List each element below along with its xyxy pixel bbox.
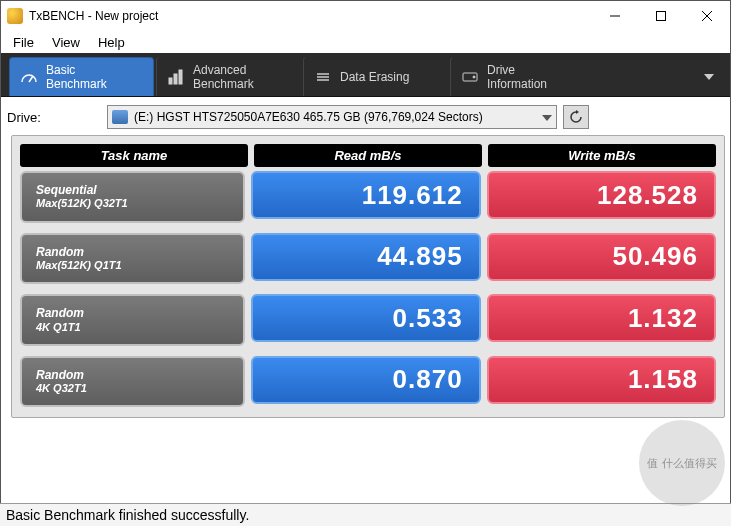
svg-marker-11	[542, 115, 552, 121]
erase-icon	[314, 68, 332, 86]
task-spec: 4K Q32T1	[36, 382, 229, 395]
svg-point-9	[473, 76, 475, 78]
status-text: Basic Benchmark finished successfully.	[6, 507, 249, 523]
tab-label: Advanced	[193, 63, 246, 77]
read-value: 44.895	[251, 233, 480, 281]
read-value: 119.612	[251, 171, 480, 219]
tab-overflow-dropdown[interactable]	[696, 57, 722, 96]
svg-rect-6	[174, 74, 177, 84]
app-icon	[7, 8, 23, 24]
main-area: Drive: (E:) HGST HTS725050A7E630 465.75 …	[1, 97, 730, 490]
task-label-button[interactable]: Sequential Max(512K) Q32T1	[20, 171, 245, 223]
minimize-button[interactable]	[592, 1, 638, 31]
svg-rect-7	[179, 70, 182, 84]
result-row: Random 4K Q32T1 0.870 1.158	[20, 356, 716, 408]
task-label-button[interactable]: Random 4K Q1T1	[20, 294, 245, 346]
svg-marker-12	[576, 110, 579, 114]
tab-data-erasing[interactable]: Data Erasing	[303, 57, 448, 96]
gauge-icon	[20, 68, 38, 86]
svg-rect-5	[169, 78, 172, 84]
maximize-button[interactable]	[638, 1, 684, 31]
tab-label: Data Erasing	[340, 70, 409, 84]
write-value: 1.132	[487, 294, 716, 342]
drive-select[interactable]: (E:) HGST HTS725050A7E630 465.75 GB (976…	[107, 105, 557, 129]
menu-view[interactable]: View	[44, 33, 88, 52]
task-spec: 4K Q1T1	[36, 321, 229, 334]
result-row: Sequential Max(512K) Q32T1 119.612 128.5…	[20, 171, 716, 223]
tabbar: BasicBenchmark AdvancedBenchmark Data Er…	[1, 53, 730, 97]
tab-basic-benchmark[interactable]: BasicBenchmark	[9, 57, 154, 96]
header-task: Task name	[20, 144, 248, 167]
write-value: 128.528	[487, 171, 716, 219]
read-value: 0.533	[251, 294, 480, 342]
titlebar: TxBENCH - New project	[1, 1, 730, 31]
tab-label: Information	[487, 77, 547, 91]
tab-label: Basic	[46, 63, 75, 77]
chevron-down-icon	[542, 110, 552, 124]
result-row: Random 4K Q1T1 0.533 1.132	[20, 294, 716, 346]
drive-label: Drive:	[7, 110, 101, 125]
tab-label: Benchmark	[46, 77, 107, 91]
drive-icon	[461, 68, 479, 86]
result-row: Random Max(512K) Q1T1 44.895 50.496	[20, 233, 716, 285]
reload-icon	[569, 110, 583, 124]
task-name: Random	[36, 368, 229, 382]
tab-label: Benchmark	[193, 77, 254, 91]
task-name: Random	[36, 245, 229, 259]
svg-line-4	[29, 76, 33, 82]
write-value: 50.496	[487, 233, 716, 281]
bars-icon	[167, 68, 185, 86]
menu-file[interactable]: File	[5, 33, 42, 52]
menu-help[interactable]: Help	[90, 33, 133, 52]
header-write: Write mB/s	[488, 144, 716, 167]
tab-advanced-benchmark[interactable]: AdvancedBenchmark	[156, 57, 301, 96]
svg-rect-1	[657, 12, 666, 21]
task-spec: Max(512K) Q32T1	[36, 197, 229, 210]
tab-drive-information[interactable]: DriveInformation	[450, 57, 595, 96]
close-button[interactable]	[684, 1, 730, 31]
task-name: Random	[36, 306, 229, 320]
tab-label: Drive	[487, 63, 515, 77]
read-value: 0.870	[251, 356, 480, 404]
svg-marker-10	[704, 74, 714, 80]
task-label-button[interactable]: Random 4K Q32T1	[20, 356, 245, 408]
menubar: File View Help	[1, 31, 730, 53]
reload-drives-button[interactable]	[563, 105, 589, 129]
header-read: Read mB/s	[254, 144, 482, 167]
write-value: 1.158	[487, 356, 716, 404]
task-label-button[interactable]: Random Max(512K) Q1T1	[20, 233, 245, 285]
status-bar: Basic Benchmark finished successfully.	[0, 503, 731, 526]
hdd-icon	[112, 110, 128, 124]
window-title: TxBENCH - New project	[29, 9, 158, 23]
task-name: Sequential	[36, 183, 229, 197]
drive-selected-text: (E:) HGST HTS725050A7E630 465.75 GB (976…	[134, 110, 483, 124]
task-spec: Max(512K) Q1T1	[36, 259, 229, 272]
